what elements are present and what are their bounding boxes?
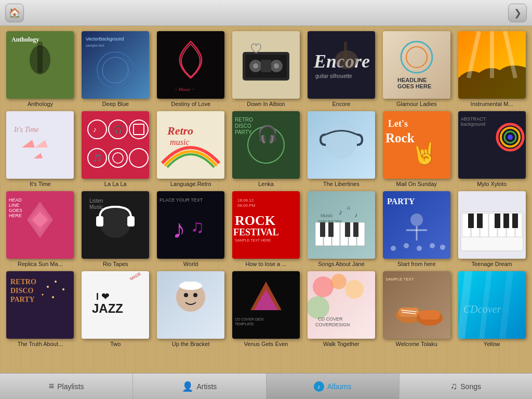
svg-rect-137: [512, 214, 518, 228]
svg-rect-105: [328, 222, 334, 237]
svg-text:VectorBackground: VectorBackground: [86, 36, 124, 42]
svg-text:Music: Music: [89, 204, 103, 210]
album-item-language[interactable]: Retro music Language.Retro: [155, 111, 227, 187]
album-item-upbracket[interactable]: Up the Bracket: [155, 271, 227, 347]
svg-text:CD COVER: CD COVER: [318, 316, 343, 322]
svg-text:♪: ♪: [354, 211, 357, 219]
album-item-venus[interactable]: CD COVER DESI TEMPLATE Venus Gets Even: [230, 271, 302, 347]
album-item-itstime[interactable]: It's Time It's Time: [4, 111, 76, 187]
tab-songs[interactable]: ♫ Songs: [400, 374, 532, 399]
album-title-upbracket: Up the Bracket: [172, 341, 210, 347]
svg-text:GOES: GOES: [9, 208, 22, 213]
svg-text:sudio text here: sudio text here: [318, 219, 342, 223]
svg-rect-135: [495, 214, 500, 228]
album-item-howtlose[interactable]: 18.08.12 08.00 PM ROCK FESTIVAL SAMPLE T…: [230, 191, 302, 267]
album-cover-howtlose: 18.08.12 08.00 PM ROCK FESTIVAL SAMPLE T…: [232, 191, 300, 259]
back-button[interactable]: ❯: [508, 4, 527, 22]
album-item-two[interactable]: I ❤ JAZZ MADE Two: [79, 271, 152, 347]
album-cover-libertines: [308, 111, 375, 179]
svg-text:HEAD: HEAD: [9, 197, 22, 203]
svg-text:It's Time: It's Time: [14, 126, 39, 134]
svg-text:sample text: sample text: [86, 44, 104, 48]
album-cover-walk: CD COVER COVERDESIGN: [308, 271, 375, 339]
svg-point-120: [404, 243, 409, 248]
album-title-mylo: Mylo Xyloto: [477, 181, 507, 187]
svg-rect-108: [353, 222, 358, 237]
album-item-welcome[interactable]: SAMPLE TEXT Welcome Tolaku: [380, 271, 453, 347]
svg-point-123: [440, 245, 445, 250]
album-cover-songs: Music sudio text here ♪ ♫ ♪: [308, 191, 375, 259]
album-item-start[interactable]: PARTY Start from here: [380, 191, 453, 267]
svg-text:DISCO: DISCO: [10, 287, 33, 295]
album-cover-lenka: RETRO DISCO PARTY 🎧: [232, 111, 300, 179]
album-title-language: Language.Retro: [170, 181, 211, 187]
album-title-mailsunday: Mail On Sunday: [396, 181, 437, 187]
svg-text:HERE: HERE: [9, 213, 22, 218]
album-item-downalbion[interactable]: Down In Albion: [230, 31, 302, 107]
album-title-walk: Walk Together: [323, 341, 360, 347]
album-cover-deepblue: VectorBackground sample text: [82, 31, 149, 99]
album-title-lalala: La La La: [104, 181, 127, 187]
album-cover-venus: CD COVER DESI TEMPLATE: [232, 271, 300, 339]
tab-albums-label: Albums: [327, 382, 352, 391]
album-item-yellow[interactable]: CDcover Yellow: [456, 271, 528, 347]
svg-rect-136: [503, 214, 509, 228]
artists-icon: 👤: [182, 381, 193, 392]
svg-rect-154: [183, 282, 198, 288]
svg-rect-172: [398, 308, 419, 317]
playlists-icon: ≡: [49, 381, 55, 392]
album-item-libertines[interactable]: The Libertines: [305, 111, 377, 187]
album-cover-riotapes: Listen Music: [82, 191, 149, 259]
album-item-songs[interactable]: Music sudio text here ♪ ♫ ♪ Songs About …: [305, 191, 377, 267]
album-cover-glamour: HEADLINE GOES HERE: [383, 31, 450, 99]
svg-point-61: [326, 122, 357, 158]
svg-text:Rock: Rock: [385, 131, 415, 145]
album-title-start: Start from here: [397, 261, 435, 267]
svg-text:FESTIVAL: FESTIVAL: [233, 227, 279, 237]
tab-artists[interactable]: 👤 Artists: [133, 374, 266, 399]
album-item-destiny[interactable]: ~ Music ~ Destiny of Love: [155, 31, 227, 107]
album-item-teenage[interactable]: Teenage Dream: [456, 191, 528, 267]
album-title-deepblue: Deep Blue: [102, 101, 129, 107]
svg-point-155: [184, 293, 188, 297]
album-title-riotapes: Rio Tapes: [103, 261, 128, 267]
tab-albums[interactable]: ♪ Albums: [267, 374, 400, 399]
svg-point-122: [430, 243, 435, 248]
album-item-truth[interactable]: RETRO DISCO PARTY The Truth About...: [4, 271, 76, 347]
album-cover-anthology: Anthology: [6, 31, 74, 99]
album-item-walk[interactable]: CD COVER COVERDESIGN Walk Together: [305, 271, 377, 347]
album-item-mailsunday[interactable]: Let's Rock 🤘 Mail On Sunday: [380, 111, 453, 187]
svg-text:🎵: 🎵: [93, 154, 102, 163]
album-title-yellow: Yellow: [484, 341, 500, 347]
album-title-itstime: It's Time: [30, 181, 51, 187]
svg-point-145: [52, 296, 54, 298]
album-title-libertines: The Libertines: [323, 181, 360, 187]
svg-text:♪: ♪: [93, 125, 97, 134]
album-item-mylo[interactable]: ABSTRACT: background Mylo Xyloto: [456, 111, 528, 187]
svg-text:🤘: 🤘: [411, 141, 437, 166]
album-item-lenka[interactable]: RETRO DISCO PARTY 🎧 Lenka: [230, 111, 302, 187]
svg-text:~ Music ~: ~ Music ~: [175, 87, 194, 92]
album-item-riotapes[interactable]: Listen Music Rio Tapes: [79, 191, 152, 267]
svg-text:I ❤: I ❤: [96, 291, 109, 302]
album-item-lalala[interactable]: ♪ 🎧 🎵 La La La: [79, 111, 152, 187]
album-item-encore[interactable]: Encore guitar silhouette Encore: [305, 31, 377, 107]
home-button[interactable]: 🏠: [5, 4, 24, 22]
album-item-deepblue[interactable]: VectorBackground sample text Deep Blue: [79, 31, 152, 107]
svg-rect-51: [157, 111, 224, 179]
album-cover-lalala: ♪ 🎧 🎵: [82, 111, 149, 179]
svg-point-166: [308, 296, 329, 319]
album-item-instrumental[interactable]: Instrumental M...: [456, 31, 528, 107]
album-item-replica[interactable]: HEAD LINE GOES HERE Replica Sun Ma...: [4, 191, 76, 267]
album-cover-itstime: It's Time: [6, 111, 74, 179]
svg-text:guitar silhouette: guitar silhouette: [315, 73, 352, 79]
album-item-glamour[interactable]: HEADLINE GOES HERE Glamour Ladies: [380, 31, 453, 107]
tab-playlists[interactable]: ≡ Playlists: [0, 374, 133, 399]
album-cover-language: Retro music: [157, 111, 224, 179]
svg-text:♪: ♪: [339, 208, 342, 216]
album-item-world[interactable]: PLACE YOUR TEXT ♪ ♫ World: [155, 191, 227, 267]
album-item-anthology[interactable]: Anthology Anthology: [4, 31, 76, 107]
album-title-encore: Encore: [332, 101, 350, 107]
svg-text:Retro: Retro: [167, 124, 193, 137]
svg-point-18: [274, 63, 279, 69]
